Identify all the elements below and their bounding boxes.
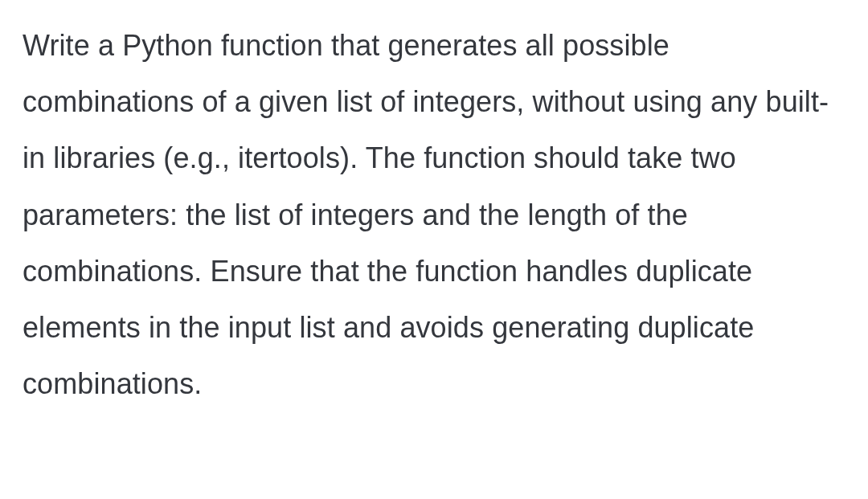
paragraph-text: Write a Python function that generates a… [23,18,845,412]
